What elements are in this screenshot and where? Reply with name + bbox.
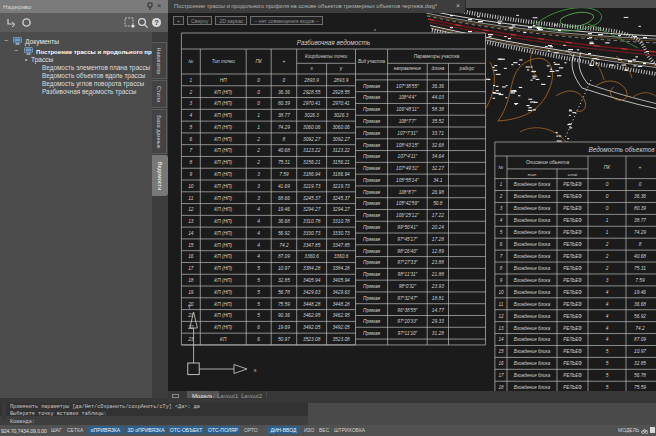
- svg-text:75.31: 75.31: [278, 160, 290, 165]
- svg-text:Тип точки: Тип точки: [212, 59, 236, 64]
- svg-text:Прямая: Прямая: [363, 272, 381, 277]
- svg-text:Координаты точки: Координаты точки: [305, 54, 348, 59]
- svg-text:4: 4: [257, 207, 260, 212]
- svg-text:3405.94: 3405.94: [303, 278, 321, 283]
- svg-text:14.77: 14.77: [432, 308, 444, 313]
- svg-text:0: 0: [283, 78, 286, 83]
- svg-text:Прямая: Прямая: [363, 95, 381, 100]
- svg-text:Вхождение блока: Вхождение блока: [514, 361, 551, 366]
- svg-text:2: 2: [605, 254, 609, 259]
- svg-text:Вид участка: Вид участка: [358, 59, 385, 64]
- svg-text:Параметры участка: Параметры участка: [414, 54, 460, 59]
- svg-text:97°20'33″: 97°20'33″: [397, 319, 417, 324]
- svg-text:16: 16: [188, 254, 194, 259]
- svg-text:Прямая: Прямая: [363, 178, 381, 183]
- svg-text:36.36: 36.36: [278, 90, 290, 95]
- svg-text:36.68: 36.68: [634, 302, 646, 307]
- svg-text:17.28: 17.28: [432, 237, 444, 242]
- svg-text:Прямая: Прямая: [363, 119, 381, 124]
- svg-text:Вхождение блока: Вхождение блока: [514, 218, 551, 223]
- svg-text:36.36: 36.36: [432, 84, 444, 89]
- svg-text:1: 1: [606, 230, 609, 235]
- svg-text:56.92: 56.92: [634, 314, 646, 319]
- svg-text:3219.73: 3219.73: [332, 184, 350, 189]
- svg-text:12.89: 12.89: [432, 249, 444, 254]
- svg-text:КП (НП): КП (НП): [214, 266, 232, 271]
- svg-text:2: 2: [189, 90, 193, 95]
- svg-text:КП (НП): КП (НП): [214, 137, 232, 142]
- svg-text:2: 2: [605, 266, 609, 271]
- svg-text:3186.94: 3186.94: [303, 172, 321, 177]
- svg-text:РЕЛЬЕФ: РЕЛЬЕФ: [563, 242, 582, 247]
- svg-text:Прямая: Прямая: [363, 308, 381, 313]
- svg-text:36.36: 36.36: [634, 194, 646, 199]
- svg-text:3092.27: 3092.27: [303, 137, 321, 142]
- svg-text:КП (НП): КП (НП): [214, 219, 232, 224]
- svg-text:44.03: 44.03: [432, 95, 444, 100]
- svg-text:34.1: 34.1: [433, 178, 443, 183]
- svg-text:11: 11: [499, 302, 504, 307]
- svg-text:23.93: 23.93: [431, 284, 444, 289]
- svg-text:4: 4: [257, 219, 260, 224]
- svg-text:108°43'15″: 108°43'15″: [396, 143, 419, 148]
- svg-text:КП (НП): КП (НП): [214, 313, 232, 318]
- svg-text:3026.3: 3026.3: [304, 113, 319, 118]
- svg-text:Описание объекта: Описание объекта: [526, 160, 570, 165]
- svg-text:40.68: 40.68: [278, 148, 290, 153]
- svg-text:4: 4: [257, 243, 260, 248]
- svg-text:2: 2: [256, 137, 260, 142]
- svg-text:Прямая: Прямая: [363, 154, 381, 159]
- svg-text:107°38'55″: 107°38'55″: [396, 84, 419, 89]
- svg-text:5: 5: [257, 313, 260, 318]
- svg-text:5: 5: [500, 230, 503, 235]
- svg-text:106°25'12″: 106°25'12″: [396, 213, 419, 218]
- svg-text:10: 10: [498, 290, 504, 295]
- svg-text:2928.55: 2928.55: [302, 90, 321, 95]
- svg-text:x: x: [309, 66, 313, 71]
- svg-text:38.77: 38.77: [278, 113, 290, 118]
- svg-text:3347.85: 3347.85: [303, 243, 321, 248]
- svg-text:Вхождение блока: Вхождение блока: [514, 230, 551, 235]
- svg-text:97°11'10″: 97°11'10″: [398, 331, 418, 336]
- svg-text:90.36: 90.36: [278, 313, 290, 318]
- svg-text:+: +: [283, 59, 286, 64]
- svg-text:КП (НП): КП (НП): [214, 113, 232, 118]
- svg-text:1: 1: [257, 125, 260, 130]
- svg-text:3: 3: [190, 101, 193, 106]
- svg-text:2: 2: [256, 160, 260, 165]
- svg-text:6: 6: [190, 137, 193, 142]
- svg-text:98°11'31″: 98°11'31″: [398, 272, 418, 277]
- svg-text:радиус: радиус: [459, 66, 476, 71]
- svg-text:23.88: 23.88: [431, 260, 444, 265]
- svg-text:8: 8: [190, 160, 193, 165]
- svg-text:Прямая: Прямая: [363, 143, 381, 148]
- svg-text:КП (НП): КП (НП): [214, 90, 232, 95]
- svg-text:3294.27: 3294.27: [303, 207, 321, 212]
- svg-text:3: 3: [257, 196, 260, 201]
- svg-text:КП (НП): КП (НП): [214, 278, 232, 283]
- svg-text:Вхождение блока: Вхождение блока: [514, 326, 551, 331]
- svg-text:12: 12: [188, 207, 194, 212]
- svg-text:6: 6: [257, 325, 260, 330]
- svg-text:Прямая: Прямая: [363, 296, 381, 301]
- svg-text:23: 23: [187, 337, 194, 342]
- svg-text:Прямая: Прямая: [363, 190, 381, 195]
- svg-text:4: 4: [257, 231, 260, 236]
- svg-text:32.85: 32.85: [278, 278, 290, 283]
- svg-text:2970.41: 2970.41: [302, 101, 321, 106]
- svg-text:3360.6: 3360.6: [304, 254, 319, 259]
- svg-text:4: 4: [257, 254, 260, 259]
- svg-text:Прямая: Прямая: [363, 131, 381, 136]
- svg-text:3156.21: 3156.21: [332, 160, 350, 165]
- svg-text:50.97: 50.97: [278, 337, 290, 342]
- svg-text:8: 8: [639, 242, 642, 247]
- svg-text:36.68: 36.68: [278, 219, 290, 224]
- svg-text:4: 4: [606, 290, 609, 295]
- svg-text:1: 1: [606, 218, 609, 223]
- svg-text:34.64: 34.64: [432, 154, 444, 159]
- svg-text:Вхождение блока: Вхождение блока: [514, 266, 551, 271]
- svg-text:Вхождение блока: Вхождение блока: [514, 182, 551, 187]
- svg-text:Вхождение блока: Вхождение блока: [514, 349, 551, 354]
- svg-text:97°45'17″: 97°45'17″: [397, 237, 417, 242]
- svg-text:Вхождение блока: Вхождение блока: [514, 290, 551, 295]
